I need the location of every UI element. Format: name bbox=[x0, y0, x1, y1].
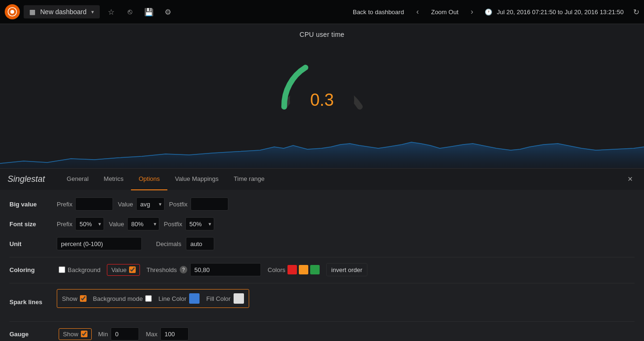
coloring-row: Coloring Background Value Thresholds ? C… bbox=[9, 263, 635, 276]
fs-value-label: Value bbox=[109, 221, 124, 228]
postfix-input[interactable] bbox=[191, 197, 228, 211]
gauge-widget: 0.3 bbox=[270, 43, 374, 119]
thresholds-input[interactable] bbox=[190, 263, 261, 276]
invert-order-button[interactable]: invert order bbox=[326, 263, 368, 276]
sparkline-area bbox=[0, 130, 644, 168]
fs-prefix-label: Prefix bbox=[57, 221, 72, 228]
zoom-out-button[interactable]: Zoom Out bbox=[426, 7, 463, 17]
unit-label: Unit bbox=[9, 240, 52, 247]
background-checkbox-group: Background bbox=[59, 266, 100, 273]
value-checkbox[interactable] bbox=[129, 266, 136, 273]
decimals-input[interactable] bbox=[186, 237, 214, 250]
editor-title: Singlestat bbox=[8, 174, 45, 184]
unit-input[interactable] bbox=[57, 237, 142, 250]
color-swatch-3[interactable] bbox=[310, 265, 320, 274]
editor-header: Singlestat General Metrics Options Value… bbox=[0, 168, 644, 190]
close-button[interactable]: × bbox=[624, 172, 636, 186]
spark-lines-row: Spark lines Show Background mode Line Co… bbox=[9, 289, 635, 315]
gauge-value: 0.3 bbox=[310, 90, 334, 110]
fs-value-group: Value 80%90%100% bbox=[109, 217, 159, 230]
tab-metrics[interactable]: Metrics bbox=[96, 169, 131, 190]
thresholds-help-icon[interactable]: ? bbox=[180, 266, 187, 273]
separator-1 bbox=[9, 257, 635, 257]
sparklines-fillcolor-label: Fill Color bbox=[206, 295, 230, 302]
gauge-max-input[interactable] bbox=[160, 327, 189, 341]
dashboard-dropdown[interactable]: ▦ New dashboard ▾ bbox=[24, 5, 100, 18]
gauge-min-group: Min bbox=[98, 327, 139, 341]
big-value-row: Big value Prefix Value avgminmax Postfix bbox=[9, 197, 635, 211]
font-size-label: Font size bbox=[9, 221, 52, 228]
sparklines-bgmode-label: Background mode bbox=[93, 295, 143, 302]
sparklines-line-color-swatch[interactable] bbox=[189, 293, 200, 304]
sparklines-show-checkbox[interactable] bbox=[80, 295, 87, 302]
thresholds-label: Thresholds bbox=[147, 266, 177, 273]
fs-value-select[interactable]: 80%90%100% bbox=[127, 217, 159, 230]
colors-group: Colors bbox=[268, 265, 320, 274]
value-label: Value bbox=[118, 201, 133, 208]
nav-center: Back to dashboard ‹ Zoom Out › 🕐 Jul 20,… bbox=[348, 6, 639, 18]
prefix-input[interactable] bbox=[75, 197, 113, 211]
refresh-button[interactable]: ↻ bbox=[633, 8, 639, 17]
back-to-dashboard-button[interactable]: Back to dashboard bbox=[348, 7, 409, 17]
gauge-max-group: Max bbox=[146, 327, 189, 341]
settings-button[interactable]: ⚙ bbox=[160, 4, 175, 19]
postfix-group: Postfix bbox=[169, 197, 228, 211]
fs-value-select-wrapper: 80%90%100% bbox=[127, 217, 159, 230]
colors-label: Colors bbox=[268, 266, 286, 273]
prefix-group: Prefix bbox=[57, 197, 113, 211]
prev-time-arrow[interactable]: ‹ bbox=[413, 6, 421, 18]
dashboard-title: New dashboard bbox=[40, 8, 87, 16]
spark-lines-label: Spark lines bbox=[9, 298, 52, 306]
color-swatch-1[interactable] bbox=[287, 265, 297, 274]
value-border-group: Value bbox=[107, 264, 139, 276]
separator-2 bbox=[9, 283, 635, 283]
fs-prefix-select[interactable]: 50%60%70% bbox=[75, 217, 104, 230]
value-coloring-label: Value bbox=[111, 266, 126, 273]
gauge-show-group: Show bbox=[59, 328, 92, 340]
star-button[interactable]: ☆ bbox=[104, 4, 119, 19]
top-nav: ▦ New dashboard ▾ ☆ ⎋ 💾 ⚙ Back to dashbo… bbox=[0, 0, 644, 24]
gauge-max-label: Max bbox=[146, 331, 157, 338]
grafana-logo[interactable] bbox=[5, 4, 20, 19]
editor-section: Singlestat General Metrics Options Value… bbox=[0, 168, 644, 341]
tab-options[interactable]: Options bbox=[131, 169, 167, 190]
sparklines-fill-color-swatch[interactable] bbox=[234, 293, 244, 304]
value-group: Value avgminmax bbox=[118, 197, 164, 211]
color-swatch-2[interactable] bbox=[299, 265, 308, 274]
next-time-arrow[interactable]: › bbox=[468, 6, 476, 18]
tab-general[interactable]: General bbox=[59, 169, 96, 190]
sparklines-bgmode-checkbox[interactable] bbox=[145, 295, 152, 302]
fs-prefix-group: Prefix 50%60%70% bbox=[57, 217, 104, 230]
tab-value-mappings[interactable]: Value Mappings bbox=[167, 169, 226, 190]
save-button[interactable]: 💾 bbox=[141, 4, 157, 19]
options-content: Big value Prefix Value avgminmax Postfix… bbox=[0, 190, 644, 341]
value-select[interactable]: avgminmax bbox=[136, 197, 165, 211]
separator-3 bbox=[9, 321, 635, 322]
sparklines-inner-row: Show Background mode Line Color Fill Col… bbox=[57, 289, 249, 308]
panel-visualization: CPU user time 0.3 bbox=[0, 24, 644, 168]
fs-prefix-select-wrapper: 50%60%70% bbox=[75, 217, 104, 230]
unit-row: Unit Decimals bbox=[9, 237, 635, 250]
postfix-label: Postfix bbox=[169, 201, 188, 208]
gauge-options-row: Gauge Show Min Max bbox=[9, 327, 635, 341]
tab-time-range[interactable]: Time range bbox=[226, 169, 272, 190]
sparklines-show-label: Show bbox=[62, 295, 78, 302]
fs-postfix-label: Postfix bbox=[164, 221, 183, 228]
gauge-options-label: Gauge bbox=[9, 331, 52, 338]
big-value-label: Big value bbox=[9, 201, 52, 208]
prefix-label: Prefix bbox=[57, 201, 72, 208]
gauge-min-input[interactable] bbox=[111, 327, 139, 341]
gauge-min-label: Min bbox=[98, 331, 108, 338]
dropdown-arrow: ▾ bbox=[91, 9, 94, 15]
decimals-label: Decimals bbox=[156, 240, 181, 247]
gauge-show-checkbox[interactable] bbox=[81, 331, 87, 337]
time-range-display: Jul 20, 2016 07:21:50 to Jul 20, 2016 13… bbox=[497, 9, 624, 16]
background-checkbox[interactable] bbox=[59, 266, 65, 273]
value-select-wrapper: avgminmax bbox=[136, 197, 165, 211]
panel-title: CPU user time bbox=[300, 31, 345, 38]
thresholds-group: Thresholds ? bbox=[147, 263, 261, 276]
nav-left: ▦ New dashboard ▾ ☆ ⎋ 💾 ⚙ bbox=[5, 4, 348, 19]
share-button[interactable]: ⎋ bbox=[122, 4, 138, 19]
font-size-row: Font size Prefix 50%60%70% Value 80%90%1… bbox=[9, 217, 635, 230]
fs-postfix-select[interactable]: 50%60%70% bbox=[185, 217, 214, 230]
